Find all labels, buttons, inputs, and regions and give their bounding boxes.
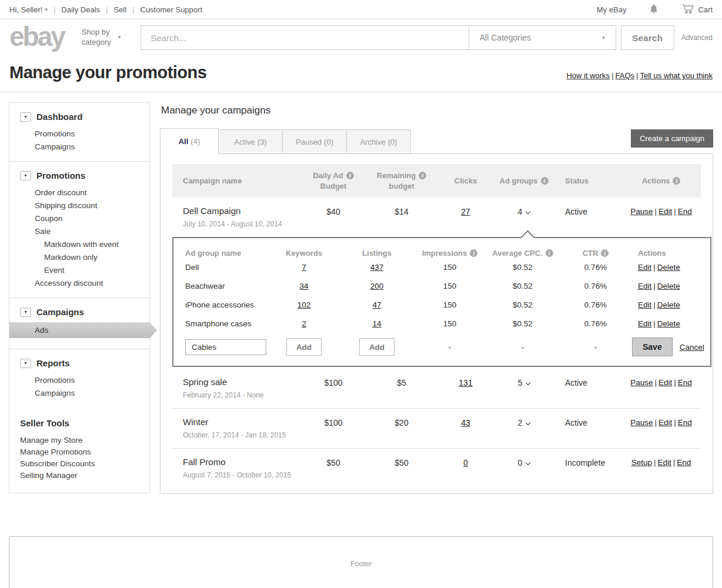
sidebar-item-manage-promotions[interactable]: Manage Promotions: [20, 446, 139, 457]
collapse-icon[interactable]: ▾: [20, 308, 31, 317]
how-it-works-link[interactable]: How it works: [566, 71, 610, 80]
sidebar-item-event[interactable]: Event: [9, 263, 149, 276]
cancel-link[interactable]: Cancel: [680, 343, 704, 352]
edit-link[interactable]: Edit: [638, 319, 651, 328]
sidebar-item-coupon[interactable]: Coupon: [9, 212, 149, 225]
cart-group[interactable]: Cart: [681, 4, 713, 16]
new-ad-group-input[interactable]: [185, 339, 266, 355]
ctr-value: 0.76%: [559, 319, 632, 328]
clicks-link[interactable]: 131: [459, 378, 472, 387]
cpc-value: $0.52: [486, 263, 559, 272]
main-area: Manage your campaigns All (4) Active (3)…: [160, 102, 713, 494]
sidebar-item-order-discount[interactable]: Order discount: [9, 186, 149, 199]
keywords-link[interactable]: 7: [302, 263, 306, 272]
faqs-link[interactable]: FAQs: [616, 71, 635, 80]
clicks-link[interactable]: 27: [461, 207, 470, 216]
sidebar-item-dashboard-campaigns[interactable]: Campaigns: [9, 140, 149, 153]
tab-paused[interactable]: Paused (0): [282, 129, 347, 154]
keywords-link[interactable]: 34: [299, 282, 308, 290]
info-icon[interactable]: i: [673, 177, 680, 185]
listings-link[interactable]: 47: [372, 300, 381, 309]
campaign-name: Spring sale: [183, 377, 307, 387]
sidebar-section-promotions-header[interactable]: ▾ Promotions: [9, 171, 149, 181]
advanced-search-link[interactable]: Advanced: [681, 34, 713, 42]
sidebar-item-reports-promotions[interactable]: Promotions: [9, 373, 149, 386]
edit-link[interactable]: Edit: [657, 458, 671, 467]
edit-link[interactable]: Edit: [659, 207, 672, 216]
edit-link[interactable]: Edit: [638, 282, 651, 290]
save-button[interactable]: Save: [632, 338, 673, 356]
ebay-logo[interactable]: ebay: [9, 23, 64, 50]
sidebar-item-shipping-discount[interactable]: Shipping discount: [9, 199, 149, 212]
topbar-link-customer-support[interactable]: Customer Support: [141, 5, 203, 14]
edit-link[interactable]: Edit: [659, 418, 672, 427]
sidebar-item-markdown-only[interactable]: Markdown only: [9, 250, 149, 263]
edit-link[interactable]: Edit: [638, 263, 651, 272]
pause-link[interactable]: Pause: [630, 378, 653, 387]
end-link[interactable]: End: [678, 207, 692, 216]
add-keywords-button[interactable]: Add: [286, 338, 322, 356]
sidebar-item-reports-campaigns[interactable]: Campaigns: [9, 386, 149, 399]
delete-link[interactable]: Delete: [657, 319, 680, 328]
setup-link[interactable]: Setup: [631, 458, 652, 467]
tab-active[interactable]: Active (3): [218, 129, 283, 154]
end-link[interactable]: End: [677, 458, 691, 467]
listings-link[interactable]: 14: [372, 319, 381, 328]
ad-groups-toggle[interactable]: 4: [487, 206, 560, 216]
search-input[interactable]: [141, 26, 469, 49]
delete-link[interactable]: Delete: [657, 282, 680, 290]
col-impressions: Impressionsi: [413, 249, 486, 258]
sidebar-item-ads[interactable]: Ads: [9, 322, 157, 338]
sidebar-item-manage-my-store[interactable]: Manage my Store: [20, 434, 139, 446]
info-icon[interactable]: i: [419, 172, 426, 179]
ad-groups-toggle[interactable]: 2: [487, 417, 560, 427]
keywords-link[interactable]: 102: [298, 300, 311, 309]
info-icon[interactable]: i: [601, 249, 609, 257]
delete-link[interactable]: Delete: [657, 263, 680, 272]
sidebar-item-subscriber-discounts[interactable]: Subscriber Discounts: [20, 457, 139, 469]
sidebar-section-reports-header[interactable]: ▾ Reports: [9, 358, 149, 368]
collapse-icon[interactable]: ▾: [20, 359, 31, 368]
info-icon[interactable]: i: [470, 249, 477, 257]
create-campaign-button[interactable]: Create a campaign: [631, 129, 713, 148]
sidebar-section-dashboard-header[interactable]: ▾ Dashboard: [9, 112, 149, 122]
ad-groups-toggle[interactable]: 5: [487, 377, 560, 387]
feedback-link[interactable]: Tell us what you think: [640, 71, 713, 80]
end-link[interactable]: End: [678, 418, 692, 427]
topbar-link-daily-deals[interactable]: Daily Deals: [61, 5, 100, 14]
listings-link[interactable]: 200: [370, 282, 384, 290]
topbar-link-sell[interactable]: Sell: [113, 5, 126, 14]
pause-link[interactable]: Pause: [630, 418, 653, 427]
end-link[interactable]: End: [678, 378, 692, 387]
clicks-link[interactable]: 43: [461, 418, 470, 427]
greeting-link[interactable]: Hi, Seller!: [9, 5, 42, 14]
search-button[interactable]: Search: [621, 25, 674, 50]
sidebar-section-campaigns-header[interactable]: ▾ Campaigns: [9, 307, 149, 317]
tab-archive[interactable]: Archive (0): [346, 129, 411, 154]
delete-link[interactable]: Delete: [657, 300, 680, 309]
info-icon[interactable]: i: [346, 172, 354, 179]
listings-link[interactable]: 437: [370, 263, 384, 272]
info-icon[interactable]: i: [546, 249, 553, 257]
sidebar-item-dashboard-promotions[interactable]: Promotions: [9, 127, 149, 140]
add-listings-button[interactable]: Add: [359, 338, 395, 356]
info-icon[interactable]: i: [541, 177, 549, 185]
my-ebay-link[interactable]: My eBay: [597, 5, 627, 14]
shop-by-category-menu[interactable]: Shop by category ▾: [82, 28, 121, 48]
sidebar-item-sale[interactable]: Sale: [9, 225, 149, 238]
sidebar-item-accessory-discount[interactable]: Accessory discount: [9, 276, 149, 289]
edit-link[interactable]: Edit: [659, 378, 672, 387]
ad-groups-toggle[interactable]: 0: [487, 457, 560, 467]
category-dropdown[interactable]: All Categories ▾: [469, 26, 616, 49]
collapse-icon[interactable]: ▾: [20, 112, 31, 122]
sidebar-item-markdown-with-event[interactable]: Markdown with event: [9, 238, 149, 250]
clicks-link[interactable]: 0: [463, 458, 468, 467]
sidebar-item-selling-manager[interactable]: Selling Manager: [20, 469, 139, 481]
tab-count: (0): [324, 138, 333, 146]
keywords-link[interactable]: 2: [302, 319, 306, 328]
tab-all[interactable]: All (4): [160, 128, 219, 154]
pause-link[interactable]: Pause: [630, 207, 653, 216]
bell-icon[interactable]: [649, 4, 659, 16]
edit-link[interactable]: Edit: [638, 300, 651, 309]
collapse-icon[interactable]: ▾: [20, 171, 31, 181]
